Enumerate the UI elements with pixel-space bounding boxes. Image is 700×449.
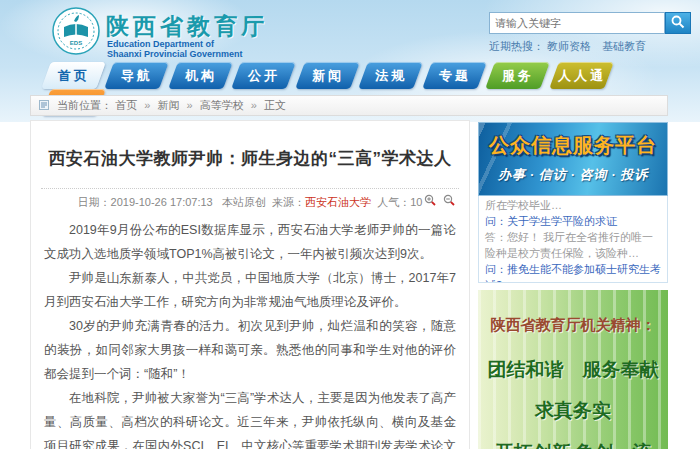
article-date: 2019-10-26 17:07:13 bbox=[111, 196, 213, 208]
article-paragraph: 30岁的尹帅充满青春的活力。初次见到尹帅，灿烂温和的笑容，随意的装扮，如同邻家大… bbox=[44, 314, 456, 386]
article-paragraph: 在地科院，尹帅被大家誉为“三高”学术达人，主要是因为他发表了高产量、高质量、高档… bbox=[44, 386, 456, 449]
qa-answer: 答：您好！ 我厅在全省推行的唯一险种是校方责任保险，该险种… bbox=[485, 229, 661, 261]
article-source-label: 来源： bbox=[272, 196, 305, 208]
breadcrumb-label: 当前位置： bbox=[57, 99, 112, 111]
site-title: 陕西省教育厅 bbox=[106, 11, 268, 42]
nav-tab-disclosure[interactable]: 公开 bbox=[231, 62, 296, 89]
breadcrumb-item-higher-edu[interactable]: 高等学校 bbox=[200, 99, 244, 111]
article-paragraph: 尹帅是山东新泰人，中共党员，中国地质大学（北京）博士，2017年7月到西安石油大… bbox=[44, 266, 456, 314]
nav-tab-label: 公开 bbox=[248, 62, 280, 89]
sidebar: 公众信息服务平台 办事 · 信访 · 咨询 · 投诉 所在学校毕业… 问：关于学… bbox=[478, 122, 668, 449]
qa-answer-partial: 所在学校毕业… bbox=[485, 197, 661, 213]
hot-search-row: 近期热搜： 教师资格 基础教育 bbox=[489, 39, 654, 54]
nav-tab-home[interactable]: 首页 bbox=[41, 62, 106, 89]
nav-tab-label: 专题 bbox=[438, 62, 470, 89]
article-origin: 本站原创 bbox=[222, 196, 266, 208]
department-spirit-banner: 陕西省教育厅机关精神： 团结和谐 服务奉献 求真务实 开拓创新 争创一流 bbox=[478, 290, 668, 449]
search-icon bbox=[671, 15, 685, 29]
spirit-title: 陕西省教育厅机关精神： bbox=[478, 290, 668, 335]
nav-tab-guide[interactable]: 导航 bbox=[105, 62, 170, 89]
breadcrumb-separator: » bbox=[186, 99, 192, 111]
main-navigation: 首页 导航 机构 公开 新闻 法规 专题 服务 人人通 新媒体 bbox=[46, 62, 676, 89]
nav-tab-label: 人人通 bbox=[557, 62, 605, 89]
breadcrumb-item-current: 正文 bbox=[264, 99, 286, 111]
search-button[interactable] bbox=[665, 12, 691, 34]
article-source: 西安石油大学 bbox=[305, 196, 371, 208]
education-department-logo-icon: EDS bbox=[52, 7, 100, 55]
search-input[interactable] bbox=[489, 12, 665, 34]
nav-tab-label: 首页 bbox=[58, 62, 90, 89]
breadcrumb-separator: » bbox=[144, 99, 150, 111]
banner-title: 公众信息服务平台 bbox=[479, 132, 667, 159]
nav-tab-regulations[interactable]: 法规 bbox=[358, 62, 423, 89]
spirit-slogan: 团结和谐 服务奉献 bbox=[478, 357, 668, 383]
spirit-slogan: 开拓创新 争创一流 bbox=[478, 440, 668, 449]
qa-question-link[interactable]: 问：推免生能不能参加硕士研究生考试? bbox=[485, 261, 661, 283]
nav-tab-news[interactable]: 新闻 bbox=[295, 62, 360, 89]
location-list-icon bbox=[39, 97, 49, 116]
article-title: 西安石油大学教师尹帅：师生身边的“三高”学术达人 bbox=[31, 147, 469, 170]
site-subtitle: Education Department of Shaanxi Provinci… bbox=[107, 39, 243, 59]
spirit-slogan: 求真务实 bbox=[478, 398, 668, 424]
article-meta-row: 日期：2019-10-26 17:07:13 本站原创 来源：西安石油大学 人气… bbox=[41, 188, 459, 210]
hot-search-label: 近期热搜： bbox=[489, 40, 544, 52]
nav-tab-label: 服务 bbox=[502, 62, 534, 89]
nav-tab-label: 法规 bbox=[375, 62, 407, 89]
breadcrumb-item-home[interactable]: 首页 bbox=[115, 99, 137, 111]
site-subtitle-line2: Shaanxi Provincial Government bbox=[107, 49, 243, 59]
article-panel: 西安石油大学教师尹帅：师生身边的“三高”学术达人 日期：2019-10-26 1… bbox=[30, 120, 470, 449]
hot-search-link-teacher-cert[interactable]: 教师资格 bbox=[547, 40, 591, 52]
nav-tab-label: 新闻 bbox=[311, 62, 343, 89]
breadcrumb-separator: » bbox=[251, 99, 257, 111]
breadcrumb-item-news[interactable]: 新闻 bbox=[157, 99, 179, 111]
public-info-service-banner[interactable]: 公众信息服务平台 办事 · 信访 · 咨询 · 投诉 bbox=[478, 122, 668, 196]
nav-tab-label: 导航 bbox=[121, 62, 153, 89]
font-zoom-controls bbox=[420, 194, 455, 208]
banner-subtitle: 办事 · 信访 · 咨询 · 投诉 bbox=[479, 166, 667, 184]
nav-tab-topics[interactable]: 专题 bbox=[422, 62, 487, 89]
nav-tab-label: 机构 bbox=[184, 62, 216, 89]
nav-tab-renrentong[interactable]: 人人通 bbox=[549, 62, 614, 89]
nav-tab-services[interactable]: 服务 bbox=[485, 62, 550, 89]
zoom-out-icon[interactable] bbox=[443, 194, 455, 206]
qa-message-list: 所在学校毕业… 问：关于学生学平险的求证 答：您好！ 我厅在全省推行的唯一险种是… bbox=[478, 196, 668, 283]
svg-text:EDS: EDS bbox=[70, 40, 82, 46]
search-bar bbox=[489, 12, 691, 34]
site-logo: EDS bbox=[52, 7, 100, 55]
article-body: 2019年9月份公布的ESI数据库显示，西安石油大学老师尹帅的一篇论文成功入选地… bbox=[44, 218, 456, 449]
qa-question-link[interactable]: 问：关于学生学平险的求证 bbox=[485, 213, 661, 229]
breadcrumb: 当前位置： 首页 » 新闻 » 高等学校 » 正文 bbox=[30, 95, 668, 116]
article-date-label: 日期： bbox=[78, 196, 111, 208]
zoom-in-icon[interactable] bbox=[424, 194, 436, 206]
hot-search-link-basic-edu[interactable]: 基础教育 bbox=[602, 40, 646, 52]
nav-tab-organization[interactable]: 机构 bbox=[168, 62, 233, 89]
site-subtitle-line1: Education Department of bbox=[107, 39, 243, 49]
article-views-label: 人气： bbox=[377, 196, 410, 208]
article-paragraph: 2019年9月份公布的ESI数据库显示，西安石油大学老师尹帅的一篇论文成功入选地… bbox=[44, 218, 456, 266]
